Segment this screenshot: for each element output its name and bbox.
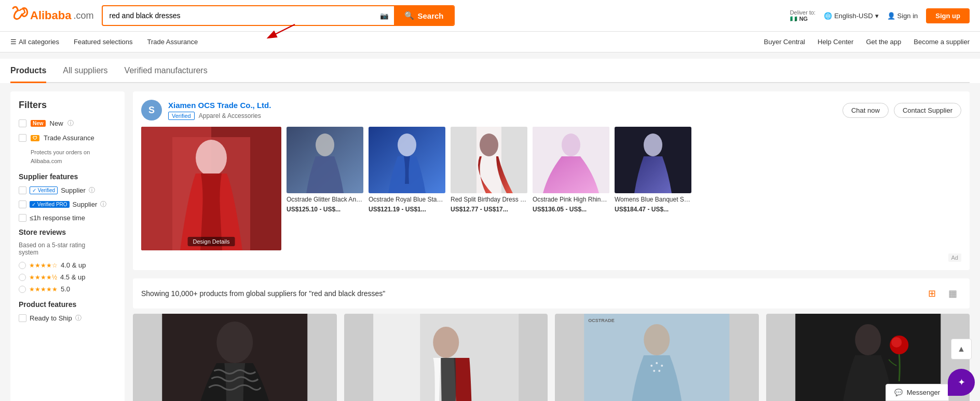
- product-card-2[interactable]: OCSTRADE: [555, 314, 759, 401]
- search-bar: 📷 🔍 Search: [102, 5, 455, 26]
- product-thumb-1[interactable]: Ocstrade Royal Blue Stage Wear Vestidos.…: [369, 127, 445, 250]
- ad-badge: Ad: [948, 253, 961, 262]
- supplier-header: S Xiamen OCS Trade Co., Ltd. Verified Ap…: [141, 100, 961, 121]
- tab-products[interactable]: Products: [10, 59, 46, 83]
- svg-point-14: [562, 133, 580, 156]
- product-card-img-1: [344, 314, 548, 401]
- tab-all-suppliers[interactable]: All suppliers: [63, 59, 107, 83]
- radio-45[interactable]: [19, 274, 26, 281]
- filter-new[interactable]: New New ⓘ: [19, 119, 116, 128]
- navbar-buyer-central[interactable]: Buyer Central: [764, 32, 805, 52]
- assistant-icon: ✦: [958, 377, 965, 388]
- contact-supplier-button[interactable]: Contact Supplier: [894, 103, 961, 118]
- store-reviews-title: Store reviews: [19, 228, 116, 236]
- product-title-2: Red Split Birthday Dress For Women Vesti…: [451, 196, 527, 204]
- product-card-0[interactable]: [133, 314, 337, 401]
- filter-rating-40[interactable]: ★★★★☆ 4.0 & up: [19, 261, 116, 269]
- design-overlay: Design Details: [188, 237, 235, 246]
- products-grid: OCSTRADE: [133, 314, 970, 401]
- info-icon-rts[interactable]: ⓘ: [75, 314, 81, 323]
- logo-com: .com: [73, 10, 93, 21]
- product-thumb-3[interactable]: Ocstrade Pink High Rhinestone Prom... US…: [533, 127, 609, 250]
- navbar-help-center[interactable]: Help Center: [818, 32, 853, 52]
- hamburger-icon: ☰: [10, 38, 17, 46]
- svg-point-26: [656, 362, 658, 364]
- country-code: NG: [799, 16, 808, 22]
- product-thumb-0[interactable]: Ocstrade Glitter Black And Red Ball Gown…: [287, 127, 363, 250]
- alibaba-assistant-button[interactable]: ✦: [948, 369, 975, 396]
- filter-response-time[interactable]: ≤1h response time: [19, 214, 116, 222]
- scroll-up-button[interactable]: ▲: [951, 339, 972, 359]
- svg-point-12: [480, 133, 498, 156]
- logo[interactable]: Alibaba .com: [10, 5, 93, 26]
- product-card-1[interactable]: [344, 314, 548, 401]
- filter-vs-checkbox[interactable]: [19, 186, 26, 194]
- messenger-bar[interactable]: 💬 Messenger: [886, 384, 949, 401]
- supplier-name[interactable]: Xiamen OCS Trade Co., Ltd.: [168, 101, 271, 110]
- info-icon-vps[interactable]: ⓘ: [100, 200, 106, 209]
- navbar-all-categories[interactable]: ☰ All categories: [10, 32, 59, 52]
- filter-verified-pro-supplier[interactable]: ✓ Verified PRO Supplier ⓘ: [19, 200, 116, 209]
- info-icon-vs[interactable]: ⓘ: [89, 186, 95, 195]
- filter-ready-to-ship[interactable]: Ready to Ship ⓘ: [19, 314, 116, 323]
- search-icon: 🔍: [404, 11, 414, 20]
- product-price-2: US$12.77 - US$17...: [451, 206, 527, 213]
- product-thumb-4[interactable]: Womens Blue Banquet Stage Wear Runway...…: [615, 127, 691, 250]
- product-img-2: [451, 127, 527, 193]
- navbar-get-the-app[interactable]: Get the app: [866, 32, 901, 52]
- filter-vps-checkbox[interactable]: [19, 200, 26, 208]
- search-button[interactable]: 🔍 Search: [394, 6, 454, 25]
- filter-rt-checkbox[interactable]: [19, 214, 26, 222]
- product-price-4: US$184.47 - US$...: [615, 206, 691, 213]
- svg-point-6: [316, 133, 334, 156]
- svg-point-31: [855, 324, 881, 355]
- navbar-become-supplier[interactable]: Become a supplier: [914, 32, 970, 52]
- filter-rating-45[interactable]: ★★★★½ 4.5 & up: [19, 273, 116, 281]
- sign-up-button[interactable]: Sign up: [926, 8, 970, 23]
- product-price-0: US$125.10 - US$...: [287, 206, 363, 213]
- sign-in-link[interactable]: 👤 Sign in: [887, 12, 918, 20]
- supplier-info: Xiamen OCS Trade Co., Ltd. Verified Appa…: [168, 101, 836, 120]
- grid-view-button[interactable]: ▦: [944, 286, 961, 301]
- filter-new-checkbox[interactable]: [19, 119, 26, 127]
- tabs-bar: Products All suppliers Verified manufact…: [10, 59, 970, 83]
- radio-50[interactable]: [19, 286, 26, 293]
- header: Alibaba .com 📷 🔍 Search Deliver to: 🇳🇬 N…: [0, 0, 980, 32]
- product-title-4: Womens Blue Banquet Stage Wear Runway...: [615, 196, 691, 204]
- list-view-button[interactable]: ⊞: [924, 286, 940, 301]
- product-title-3: Ocstrade Pink High Rhinestone Prom...: [533, 196, 609, 204]
- results-bar: Showing 10,000+ products from global sup…: [133, 278, 970, 309]
- messenger-label: Messenger: [907, 389, 940, 396]
- product-img-1: [369, 127, 445, 193]
- language-selector[interactable]: 🌐 English-USD ▾: [824, 12, 878, 20]
- logo-brand: Alibaba: [30, 9, 71, 22]
- user-icon: 👤: [887, 12, 895, 20]
- info-icon[interactable]: ⓘ: [67, 119, 74, 128]
- svg-text:OCSTRADE: OCSTRADE: [588, 318, 615, 323]
- filter-trade-assurance[interactable]: 🛡 Trade Assurance: [19, 134, 116, 142]
- camera-icon[interactable]: 📷: [375, 9, 394, 23]
- product-price-3: US$136.05 - US$...: [533, 206, 609, 213]
- product-img-0: [287, 127, 363, 193]
- supplier-features-title: Supplier features: [19, 172, 116, 181]
- filter-rts-checkbox[interactable]: [19, 314, 26, 322]
- filter-ta-checkbox[interactable]: [19, 134, 26, 142]
- product-thumb-2[interactable]: Red Split Birthday Dress For Women Vesti…: [451, 127, 527, 250]
- chat-now-button[interactable]: Chat now: [842, 103, 889, 118]
- filter-verified-supplier[interactable]: ✓ Verified Supplier ⓘ: [19, 186, 116, 195]
- search-input[interactable]: [103, 7, 375, 24]
- product-card-img-2: OCSTRADE: [555, 314, 759, 401]
- filter-rating-50[interactable]: ★★★★★ 5.0: [19, 285, 116, 293]
- svg-point-21: [433, 327, 459, 358]
- product-title-0: Ocstrade Glitter Black And Red Ball Gown…: [287, 196, 363, 204]
- logo-icon: [10, 5, 31, 26]
- radio-40[interactable]: [19, 262, 26, 269]
- main-product[interactable]: Design Details: [141, 127, 281, 250]
- verified-badge: ✓ Verified: [30, 186, 58, 194]
- navbar-featured-selections[interactable]: Featured selections: [74, 32, 132, 52]
- svg-point-4: [196, 140, 227, 176]
- stars-40: ★★★★☆: [29, 262, 58, 269]
- svg-point-27: [661, 365, 663, 367]
- navbar-trade-assurance[interactable]: Trade Assurance: [147, 32, 198, 52]
- tab-verified-manufacturers[interactable]: Verified manufacturers: [125, 59, 208, 83]
